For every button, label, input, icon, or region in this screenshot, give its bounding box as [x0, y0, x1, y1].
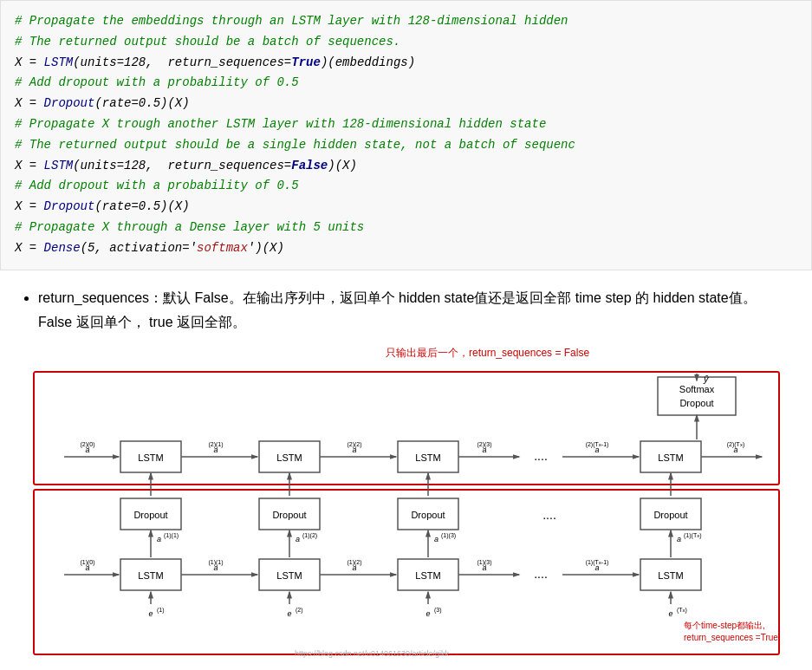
code-line-10: X = Dropout(rate=0.5)(X)	[15, 197, 797, 218]
bullet-section: return_sequences：默认 False。在输出序列中，返回单个 hi…	[0, 270, 812, 347]
dropout-2-label: Dropout	[272, 510, 306, 520]
lower-label-3: a	[434, 535, 438, 543]
code-value: 0.5	[139, 96, 160, 110]
dots-middle: ....	[542, 508, 556, 522]
upper-lstm-2-label: LSTM	[276, 452, 302, 463]
upper-arrow-label-0-sup: (2)(0)	[80, 441, 94, 448]
input-label-1: e	[148, 609, 153, 618]
code-text: )(X)	[160, 199, 190, 213]
lower-h-label-1-sup: (1)(1)	[208, 559, 223, 566]
code-text: X =	[15, 159, 44, 172]
code-text: X =	[15, 55, 44, 69]
code-string: softmax	[197, 241, 248, 255]
code-line-7: # The returned output should be a single…	[15, 135, 797, 156]
code-line-1: # Propagate the embeddings through an LS…	[15, 11, 797, 32]
softmax-label: Softmax	[679, 384, 714, 394]
code-text: (5, activation='	[81, 241, 197, 255]
code-func: LSTM	[44, 55, 74, 69]
dropout-3-label: Dropout	[411, 510, 445, 520]
code-line-12: X = Dense(5, activation='softmax')(X)	[15, 238, 797, 259]
annotation-top: 只输出最后一个，return_sequences = False	[386, 346, 589, 361]
code-line-11: # Propagate X through a Dense layer with…	[15, 218, 797, 238]
code-text: (units=128, return_sequences=	[73, 159, 291, 172]
upper-arrow-label-1-sup: (2)(1)	[208, 441, 223, 448]
lower-label-1-sup: (1)(1)	[164, 532, 179, 539]
code-text: ')(X)	[248, 241, 284, 255]
code-line-9: # Add dropout with a probability of 0.5	[15, 176, 797, 197]
dropout-1-label: Dropout	[133, 510, 167, 520]
page-container: # Propagate the embeddings through an LS…	[0, 0, 812, 670]
code-line-8: X = LSTM(units=128, return_sequences=Fal…	[15, 156, 797, 177]
svg-rect-1	[658, 377, 736, 415]
bullet-item: return_sequences：默认 False。在输出序列中，返回单个 hi…	[38, 286, 791, 336]
upper-lstm-3-label: LSTM	[415, 452, 440, 463]
input-label-tx-sup: (Tx)	[677, 607, 687, 614]
lower-label-2: a	[296, 535, 300, 543]
code-text: (units=128, return_sequences=	[73, 55, 291, 69]
lstm-svg-diagram: Softmax Dropout LSTM LSTM LSTM LSTM	[25, 370, 788, 665]
code-func: LSTM	[44, 159, 74, 172]
lower-h-label-2-sup: (1)(2)	[347, 559, 361, 566]
code-text: )(X)	[160, 96, 190, 110]
lower-h-label-0-sup: (1)(0)	[80, 559, 94, 566]
code-text: (rate=	[94, 199, 138, 213]
code-text: X =	[15, 241, 44, 255]
input-label-2-sup: (2)	[296, 607, 303, 614]
input-label-3: e	[425, 609, 430, 618]
bottom-right-annotation-1: 每个time-step都输出,	[684, 621, 765, 630]
code-text: X =	[15, 96, 44, 110]
code-block: # Propagate the embeddings through an LS…	[0, 0, 812, 270]
upper-arrow-label-2-sup: (2)(2)	[347, 441, 361, 448]
dots-upper: ....	[534, 449, 548, 463]
code-func: Dropout	[44, 96, 95, 110]
upper-arrow-label-tx-1-sup: (2)(Tx-1)	[585, 441, 608, 448]
code-bold: False	[291, 159, 328, 172]
dropout-label-top: Dropout	[679, 398, 713, 408]
lower-label-3-sup: (1)(3)	[441, 532, 456, 539]
lower-lstm-4-label: LSTM	[658, 570, 683, 581]
watermark: https://blog.csdn.net/u014061630/article…	[294, 649, 449, 658]
upper-lstm-1-label: LSTM	[138, 452, 163, 463]
code-bold: True	[291, 55, 321, 69]
lower-label-1: a	[157, 535, 161, 543]
code-text: )(X)	[328, 159, 357, 172]
lower-lstm-3-label: LSTM	[415, 570, 440, 581]
code-func: Dense	[44, 241, 81, 255]
lower-lstm-2-label: LSTM	[276, 570, 302, 581]
input-label-1-sup: (1)	[157, 607, 165, 614]
code-line-5: X = Dropout(rate=0.5)(X)	[15, 94, 797, 114]
code-line-4: # Add dropout with a probability of 0.5	[15, 73, 797, 94]
dropout-4-label: Dropout	[653, 510, 687, 520]
bottom-right-annotation-2: return_sequences =True	[684, 633, 778, 642]
code-line-6: # Propagate X trough another LSTM layer …	[15, 114, 797, 135]
code-func: Dropout	[44, 199, 95, 213]
upper-arrow-label-tx-sup: (2)(Tx)	[726, 441, 744, 448]
dots-lower: ....	[534, 567, 548, 581]
input-label-tx: e	[668, 609, 672, 618]
lower-label-tx-sup: (1)(Tx)	[684, 532, 702, 539]
input-label-3-sup: (3)	[434, 607, 442, 614]
bullet-text: return_sequences：默认 False。在输出序列中，返回单个 hi…	[38, 290, 757, 330]
diagram-wrapper: 只输出最后一个，return_sequences = False Softmax…	[25, 346, 788, 667]
code-text: )(embeddings)	[321, 55, 415, 69]
code-line-3: X = LSTM(units=128, return_sequences=Tru…	[15, 53, 797, 74]
code-text: X =	[15, 199, 44, 213]
lower-h-label-3-sup: (1)(3)	[477, 559, 491, 566]
lower-lstm-1-label: LSTM	[138, 570, 163, 581]
code-text: (rate=	[94, 96, 138, 110]
lower-label-2-sup: (1)(2)	[302, 532, 317, 539]
code-value: 0.5	[139, 199, 160, 213]
input-label-2: e	[287, 609, 291, 618]
diagram-section: 只输出最后一个，return_sequences = False Softmax…	[0, 346, 812, 670]
lower-h-label-tx-1-sup: (1)(Tx-1)	[585, 559, 608, 566]
upper-arrow-label-3-sup: (2)(3)	[477, 441, 491, 448]
code-line-2: # The returned output should be a batch …	[15, 32, 797, 53]
upper-lstm-4-label: LSTM	[658, 452, 683, 463]
lower-label-tx: a	[677, 535, 681, 543]
